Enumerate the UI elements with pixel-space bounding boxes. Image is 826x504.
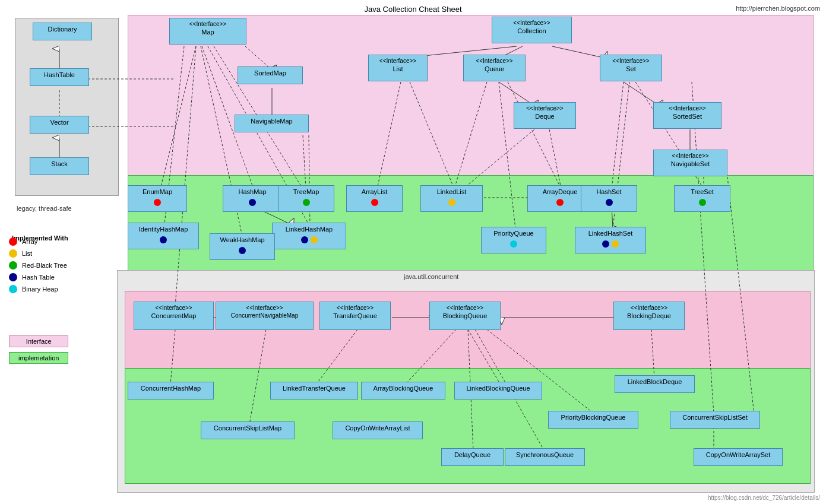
sortedmap-box: SortedMap — [238, 66, 303, 84]
weakhasmap-box: WeakHashMap — [210, 233, 275, 260]
concurrentskiplistmap-box: ConcurrentSkipListMap — [201, 421, 295, 439]
treemap-box: TreeMap — [278, 185, 334, 212]
set-box: <<Interface>> Set — [600, 55, 662, 81]
linkedhashmap-box: LinkedHashMap — [272, 223, 346, 249]
legend-list: List — [9, 249, 67, 258]
synchronousqueue-box: SynchronousQueue — [505, 448, 585, 466]
concurrentnavmap-box: <<Interface>> ConcurrentNavigableMap — [216, 302, 314, 330]
dot-cyan — [9, 285, 17, 293]
legend: Array List Red-Black Tree Hash Table Bin… — [9, 237, 67, 297]
legacy-label: legacy, thread-safe — [17, 205, 72, 212]
legend-heap-label: Binary Heap — [22, 286, 58, 293]
legend-heap: Binary Heap — [9, 285, 67, 293]
dot-red — [9, 237, 17, 246]
linkedhashset-box: LinkedHashSet — [575, 227, 646, 253]
arraylist-box: ArrayList — [346, 185, 403, 212]
legend-list-label: List — [22, 250, 32, 257]
concurrentskiplistset-box: ConcurrentSkipListSet — [670, 411, 760, 429]
concurrent-label: java.util.concurrent — [404, 273, 458, 280]
hashtable-box: HashTable — [30, 68, 89, 86]
dot-green — [9, 261, 17, 270]
navigableset-box: <<Interface>> NavigableSet — [653, 150, 727, 176]
stack-box: Stack — [30, 157, 89, 175]
deque-box: <<Interface>> Deque — [514, 102, 576, 129]
legend-hash: Hash Table — [9, 273, 67, 281]
watermark: https://blog.csdn.net/dc_726/article/det… — [708, 495, 820, 501]
page-url: http://pierrchen.blogspot.com — [736, 5, 820, 12]
legend-box: Interface implemetation — [9, 335, 68, 364]
legend-array-label: Array — [22, 238, 37, 245]
legend-rbt-label: Red-Black Tree — [22, 262, 67, 269]
dot-blue — [9, 273, 17, 281]
concurrenthashmap-box: ConcurrentHashMap — [128, 382, 214, 400]
legend-impl-box: implemetation — [9, 352, 68, 364]
sortedset-box: <<Interface>> SortedSet — [653, 102, 721, 129]
copyonwritearraylist-box: CopyOnWriteArrayList — [333, 421, 423, 439]
blockingdeque-box: <<Interface>> BlockingDeque — [613, 302, 685, 330]
transferqueue-box: <<Interface>> TransferQueue — [319, 302, 391, 330]
treeset-box: TreeSet — [674, 185, 730, 212]
legend-hash-label: Hash Table — [22, 274, 55, 281]
hashmap-box: HashMap — [223, 185, 282, 212]
linkedblockdeque-box: LinkedBlockDeque — [615, 375, 695, 393]
identityhashmap-box: IdentityHashMap — [128, 223, 199, 249]
vector-box: Vector — [30, 116, 89, 134]
blockingqueue-box: <<Interface>> BlockingQueue — [429, 302, 501, 330]
legend-interface-box: Interface — [9, 335, 68, 347]
dot-yellow — [9, 249, 17, 258]
copyonwritearrayset-box: CopyOnWriteArraySet — [694, 448, 783, 466]
arrayblockingqueue-box: ArrayBlockingQueue — [361, 382, 445, 400]
legend-rbt: Red-Black Tree — [9, 261, 67, 270]
queue-box: <<Interface>> Queue — [463, 55, 526, 81]
linkedlist-box: LinkedList — [420, 185, 483, 212]
legend-array: Array — [9, 237, 67, 246]
priorityblockingqueue-box: PriorityBlockingQueue — [548, 411, 638, 429]
navigablemap-box: NavigableMap — [235, 115, 309, 132]
page-title: Java Collection Cheat Sheet — [364, 5, 461, 14]
linkedtransferqueue-box: LinkedTransferQueue — [270, 382, 358, 400]
enummap-box: EnumMap — [128, 185, 187, 212]
map-box: <<Interface>> Map — [169, 18, 246, 45]
concurrentmap-box: <<Interface>> ConcurrentMap — [134, 302, 214, 330]
collection-box: <<Interface>> Collection — [492, 17, 572, 43]
hashset-box: HashSet — [581, 185, 637, 212]
dictionary-box: Dictionary — [33, 23, 92, 40]
list-box: <<Interface>> List — [368, 55, 428, 81]
delayqueue-box: DelayQueue — [441, 448, 504, 466]
linkedblockingqueue-box: LinkedBlockingQueue — [454, 382, 542, 400]
priorityqueue-box: PriorityQueue — [481, 227, 546, 253]
